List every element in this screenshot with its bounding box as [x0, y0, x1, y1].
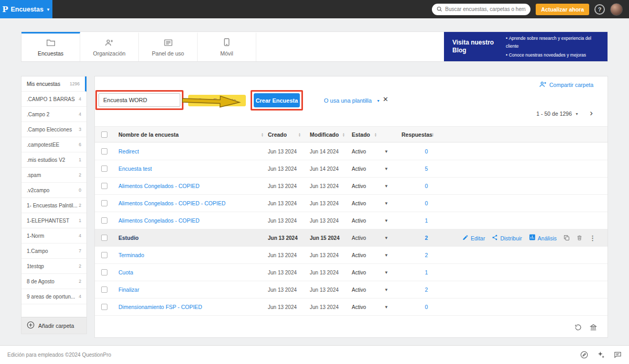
sidebar-folder-item[interactable]: .mis estudios V21 [21, 152, 86, 168]
status-dropdown[interactable]: Activo [352, 235, 366, 241]
row-checkbox[interactable] [101, 252, 107, 258]
row-checkbox[interactable] [101, 200, 107, 206]
chevron-down-icon[interactable]: ▼ [384, 288, 388, 292]
sort-icon[interactable]: ▲▼ [261, 133, 264, 137]
header-modificado[interactable]: Modificado [310, 131, 339, 138]
blog-banner[interactable]: Visita nuestro Blog Aprende sobre resear… [444, 32, 608, 61]
sidebar-folder-item[interactable]: 1-Norm4 [21, 228, 86, 244]
sort-icon[interactable]: ▲▼ [298, 133, 301, 137]
survey-name-link[interactable]: Alimentos Congelados - COPIED [118, 183, 200, 189]
row-checkbox[interactable] [101, 217, 107, 224]
close-icon[interactable]: ✕ [383, 95, 388, 103]
status-dropdown[interactable]: Activo [352, 304, 366, 310]
sidebar-folder-item[interactable]: .v2campo0 [21, 183, 86, 198]
chevron-down-icon[interactable]: ▼ [384, 270, 388, 275]
chevron-down-icon[interactable]: ▼ [384, 218, 388, 223]
sidebar-folder-item[interactable]: .campotestEE6 [21, 137, 86, 152]
table-row[interactable]: FinalizarJun 13 2024Jun 13 2024Activo▼2 [95, 281, 608, 299]
global-search[interactable] [432, 4, 530, 15]
edit-button[interactable]: Editar [462, 234, 485, 241]
survey-name-link[interactable]: Alimentos Congelados - COPIED [118, 217, 200, 224]
table-row[interactable]: Encuesta testJun 13 2024Jun 14 2024Activ… [95, 160, 608, 178]
chevron-down-icon[interactable]: ▼ [384, 167, 388, 171]
responses-count-link[interactable]: 5 [402, 166, 451, 172]
sort-icon[interactable]: ▲▼ [342, 133, 345, 137]
responses-count-link[interactable]: 0 [402, 304, 451, 310]
header-estado[interactable]: Estado [352, 131, 370, 138]
sidebar-folder-item[interactable]: 8 de Agosto2 [21, 274, 86, 289]
table-row[interactable]: Alimentos Congelados - COPIEDJun 13 2024… [95, 178, 608, 195]
distribute-button[interactable]: Distribuir [492, 234, 522, 241]
sidebar-folder-item[interactable]: 1-ELEPHANTEST1 [21, 213, 86, 228]
recycle-bin-icon[interactable] [590, 324, 597, 331]
sidebar-folder-item[interactable]: Mis encuestas1296 [21, 76, 86, 92]
sidebar-folder-item[interactable]: .spam2 [21, 168, 86, 183]
status-dropdown[interactable]: Activo [352, 218, 366, 224]
tab-panel-de-uso[interactable]: Panel de uso [139, 32, 198, 61]
chevron-down-icon[interactable]: ▼ [384, 305, 388, 310]
select-all-checkbox[interactable] [101, 131, 107, 138]
tab-movil[interactable]: Móvil [198, 32, 256, 61]
sidebar-folder-item[interactable]: .Campo Elecciones3 [21, 122, 86, 137]
responses-count-link[interactable]: 0 [402, 200, 451, 206]
sidebar-folder-item[interactable]: 1testqp2 [21, 259, 86, 274]
chevron-down-icon[interactable]: ▼ [384, 253, 388, 258]
status-dropdown[interactable]: Activo [352, 166, 366, 172]
header-creado[interactable]: Creado [268, 131, 287, 138]
survey-name-input[interactable] [99, 93, 180, 107]
header-respuestas[interactable]: Respuestas [402, 131, 432, 138]
app-logo[interactable]: P Encuestas ▼ [0, 0, 52, 18]
row-checkbox[interactable] [101, 183, 107, 189]
row-checkbox[interactable] [101, 148, 107, 155]
survey-name-link[interactable]: Estudio [118, 235, 139, 241]
chevron-down-icon[interactable]: ▼ [384, 184, 388, 189]
add-folder-button[interactable]: Añadir carpeta [21, 317, 86, 334]
create-survey-button[interactable]: Crear Encuesta [254, 93, 300, 107]
analytics-button[interactable]: Análisis [529, 234, 557, 242]
row-checkbox[interactable] [101, 235, 107, 241]
row-checkbox[interactable] [101, 304, 107, 310]
responses-count-link[interactable]: 2 [402, 235, 451, 241]
status-dropdown[interactable]: Activo [352, 270, 366, 275]
sidebar-folder-item[interactable]: .CAMPO 1 BARRAS4 [21, 92, 86, 107]
sidebar-folder-item[interactable]: 1- Encuestas Palntil...2 [21, 198, 86, 213]
chevron-down-icon[interactable]: ▼ [384, 201, 388, 206]
tab-encuestas[interactable]: Encuestas [21, 32, 80, 61]
restore-icon[interactable] [574, 324, 582, 331]
responses-count-link[interactable]: 0 [402, 183, 451, 189]
row-checkbox[interactable] [101, 166, 107, 172]
search-input[interactable] [445, 6, 526, 12]
survey-name-link[interactable]: Alimentos Congelados - COPIED - COPIED [118, 200, 225, 206]
table-row[interactable]: EstudioJun 13 2024Jun 15 2024Activo▼2Edi… [95, 229, 608, 247]
header-nombre[interactable]: Nombre de la encuesta [118, 131, 179, 138]
survey-name-link[interactable]: Terminado [118, 252, 144, 258]
status-dropdown[interactable]: Activo [352, 149, 366, 155]
survey-name-link[interactable]: Dimensionamiento FSP - COPIED [118, 304, 202, 310]
chevron-down-icon[interactable]: ▼ [384, 149, 388, 154]
responses-count-link[interactable]: 0 [402, 148, 451, 155]
table-row[interactable]: Alimentos Congelados - COPIED - COPIEDJu… [95, 195, 608, 212]
table-row[interactable]: TerminadoJun 13 2024Jun 13 2024Activo▼2 [95, 247, 608, 264]
status-dropdown[interactable]: Activo [352, 183, 366, 189]
responses-count-link[interactable]: 2 [402, 252, 451, 258]
whats-new-sparkle-icon[interactable] [597, 351, 605, 359]
status-dropdown[interactable]: Activo [352, 201, 366, 206]
status-dropdown[interactable]: Activo [352, 287, 366, 293]
sidebar-folder-item[interactable]: 1.Campo7 [21, 244, 86, 259]
avatar[interactable] [610, 3, 623, 16]
copy-icon[interactable] [563, 235, 570, 241]
sidebar-folder-item[interactable]: .Campo 24 [21, 107, 86, 122]
responses-count-link[interactable]: 1 [402, 217, 451, 224]
row-checkbox[interactable] [101, 269, 107, 275]
sort-icon[interactable]: ▲▼ [374, 133, 377, 137]
responses-count-link[interactable]: 2 [402, 286, 451, 293]
survey-name-link[interactable]: Redirect [118, 148, 139, 155]
use-template-link[interactable]: O usa una plantilla ▼ [324, 97, 380, 104]
responses-count-link[interactable]: 1 [402, 269, 451, 275]
chevron-down-icon[interactable]: ▼ [384, 236, 388, 240]
feedback-pencil-icon[interactable] [580, 351, 588, 359]
delete-icon[interactable] [577, 235, 582, 241]
table-row[interactable]: Dimensionamiento FSP - COPIEDJun 13 2024… [95, 299, 608, 316]
table-row[interactable]: RedirectJun 13 2024Jun 14 2024Activo▼0 [95, 143, 608, 160]
row-checkbox[interactable] [101, 286, 107, 293]
